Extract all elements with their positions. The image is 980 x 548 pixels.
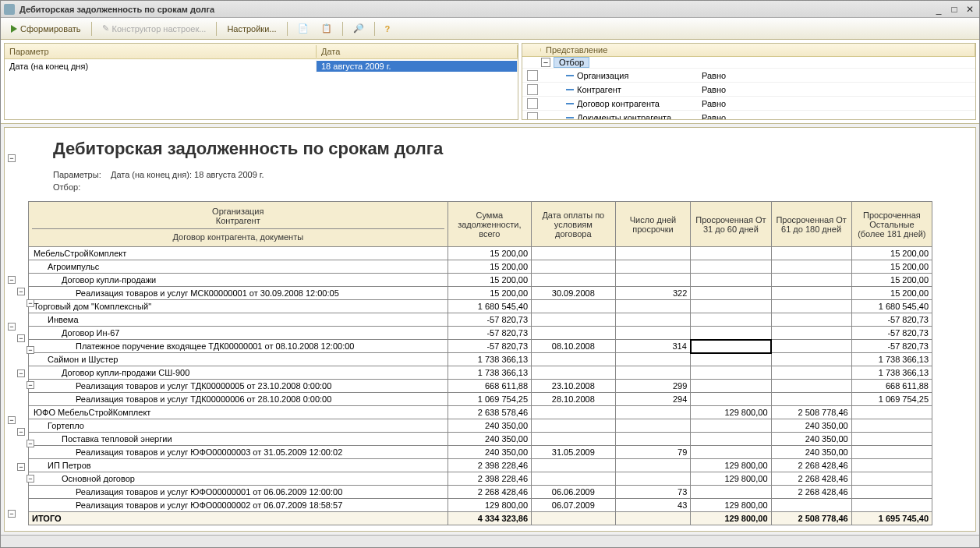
row-sum: 668 611,88 xyxy=(448,380,532,393)
filter-item-row[interactable]: ОрганизацияРавно xyxy=(522,69,975,83)
row-days xyxy=(615,419,691,433)
table-row[interactable]: Договор купли-продажи СШ-9001 738 366,13… xyxy=(29,366,932,380)
table-row[interactable]: Договор Ин-67-57 820,73-57 820,73 xyxy=(29,327,932,340)
collapse-icon[interactable]: − xyxy=(541,58,550,67)
row-c1[interactable]: 129 800,00 xyxy=(691,472,771,486)
row-c1[interactable] xyxy=(691,486,771,499)
row-c1[interactable]: 129 800,00 xyxy=(691,406,771,419)
row-days xyxy=(615,472,691,486)
report-params: Параметры: Дата (на конец дня): 18 авгус… xyxy=(28,168,969,181)
table-row[interactable]: Поставка тепловой энергии240 350,00240 3… xyxy=(29,433,932,446)
row-c1[interactable] xyxy=(691,327,771,340)
row-c1[interactable] xyxy=(691,446,771,459)
table-row[interactable]: Реализация товаров и услуг ТДК00000006 о… xyxy=(29,393,932,406)
minimize-button[interactable]: _ xyxy=(932,3,945,16)
table-row[interactable]: ЮФО МебельСтройКомплект2 638 578,46129 8… xyxy=(29,406,932,419)
filter-checkbox[interactable] xyxy=(527,112,538,121)
tree-toggle[interactable]: − xyxy=(8,416,16,424)
param-row[interactable]: Дата (на конец дня) 18 августа 2009 г. xyxy=(5,59,518,73)
table-row[interactable]: Реализация товаров и услуг ЮФО00000002 о… xyxy=(29,499,932,512)
row-sum: -57 820,73 xyxy=(448,313,532,327)
row-c3: 1 738 366,13 xyxy=(851,366,932,380)
filter-item-row[interactable]: КонтрагентРавно xyxy=(522,83,975,97)
row-name: ЮФО МебельСтройКомплект xyxy=(29,406,448,419)
scrollbar-h[interactable] xyxy=(1,535,979,547)
table-row[interactable]: Торговый дом "Комплексный"1 680 545,401 … xyxy=(29,300,932,313)
filter-checkbox[interactable] xyxy=(527,84,538,95)
total-row: ИТОГО4 334 323,86129 800,002 508 778,461… xyxy=(29,512,932,525)
filter-item-row[interactable]: Договор контрагентаРавно xyxy=(522,97,975,111)
maximize-button[interactable]: □ xyxy=(948,3,961,16)
refresh-icon: 🔎 xyxy=(353,23,364,34)
table-row[interactable]: Саймон и Шустер1 738 366,131 738 366,13 xyxy=(29,353,932,366)
row-sum: 15 200,00 xyxy=(448,274,532,287)
tree-toggle[interactable]: − xyxy=(17,334,25,342)
table-row[interactable]: Платежное поручение входящее ТДК00000001… xyxy=(29,340,932,353)
tree-toggle[interactable]: − xyxy=(17,463,25,471)
row-c1[interactable] xyxy=(691,247,771,260)
row-name: Поставка тепловой энергии xyxy=(29,433,448,446)
tree-toggle[interactable]: − xyxy=(17,369,25,377)
tree-toggle[interactable]: − xyxy=(27,346,34,354)
row-c1[interactable] xyxy=(691,353,771,366)
row-c1[interactable]: 129 800,00 xyxy=(691,459,771,472)
table-row[interactable]: Инвема-57 820,73-57 820,73 xyxy=(29,313,932,327)
row-days xyxy=(615,406,691,419)
table-row[interactable]: Гортепло240 350,00240 350,00 xyxy=(29,419,932,433)
tree-toggle[interactable]: − xyxy=(8,276,16,284)
table-row[interactable]: Агроимпульс15 200,0015 200,00 xyxy=(29,260,932,274)
table-row[interactable]: ИП Петров2 398 228,46129 800,002 268 428… xyxy=(29,459,932,472)
row-c1[interactable] xyxy=(691,313,771,327)
row-c1[interactable] xyxy=(691,340,771,353)
collapse-node[interactable]: − xyxy=(8,154,16,162)
filter-item-row[interactable]: Документы контрагентаРавно xyxy=(522,111,975,120)
table-row[interactable]: МебельСтройКомплект15 200,0015 200,00 xyxy=(29,247,932,260)
row-c1[interactable] xyxy=(691,274,771,287)
table-row[interactable]: Договор купли-продажи15 200,0015 200,00 xyxy=(29,274,932,287)
tree-toggle[interactable]: − xyxy=(27,440,34,447)
tree-toggle[interactable]: − xyxy=(27,381,34,389)
row-c1[interactable] xyxy=(691,433,771,446)
row-c2 xyxy=(771,313,851,327)
row-c1[interactable] xyxy=(691,300,771,313)
row-c2 xyxy=(771,353,851,366)
constructor-button[interactable]: ✎ Конструктор настроек... xyxy=(97,21,212,36)
table-row[interactable]: Основной договор2 398 228,46129 800,002 … xyxy=(29,472,932,486)
tree-toggle[interactable]: − xyxy=(27,475,34,483)
table-row[interactable]: Реализация товаров и услуг ТДК00000005 о… xyxy=(29,380,932,393)
param-date-value[interactable]: 18 августа 2009 г. xyxy=(317,61,518,72)
row-c1[interactable] xyxy=(691,260,771,274)
table-row[interactable]: Реализация товаров и услуг МСК00000001 о… xyxy=(29,287,932,300)
filter-checkbox[interactable] xyxy=(527,98,538,109)
tool-btn-1[interactable]: 📄 xyxy=(292,21,314,36)
generate-button[interactable]: Сформировать xyxy=(5,22,87,36)
help-button[interactable]: ? xyxy=(380,22,396,36)
row-c1[interactable] xyxy=(691,366,771,380)
filter-checkbox[interactable] xyxy=(527,70,538,81)
report-area[interactable]: − Дебиторская задолженность по срокам до… xyxy=(4,127,976,532)
row-c1[interactable] xyxy=(691,287,771,300)
row-c1[interactable] xyxy=(691,380,771,393)
table-row[interactable]: Реализация товаров и услуг ЮФО00000003 о… xyxy=(29,446,932,459)
tree-toggle[interactable]: − xyxy=(17,428,25,436)
close-button[interactable]: ✕ xyxy=(964,3,976,16)
table-row[interactable]: Реализация товаров и услуг ЮФО00000001 о… xyxy=(29,486,932,499)
tool-btn-3[interactable]: 🔎 xyxy=(348,21,370,36)
settings-button[interactable]: Настройки... xyxy=(221,22,281,36)
row-c2 xyxy=(771,327,851,340)
row-sum: 240 350,00 xyxy=(448,433,532,446)
row-c2 xyxy=(771,260,851,274)
tree-toggle[interactable]: − xyxy=(8,323,16,331)
row-name: МебельСтройКомплект xyxy=(29,247,448,260)
col-sum: Сумма задолженности, всего xyxy=(448,202,532,247)
row-c1[interactable]: 129 800,00 xyxy=(691,499,771,512)
row-c1[interactable] xyxy=(691,419,771,433)
filter-root[interactable]: Отбор xyxy=(554,57,589,68)
tree-toggle[interactable]: − xyxy=(8,510,16,518)
row-name: Реализация товаров и услуг ТДК00000006 о… xyxy=(29,393,448,406)
tree-toggle[interactable]: − xyxy=(17,288,25,295)
filter-root-row[interactable]: − Отбор xyxy=(522,57,975,69)
tool-btn-2[interactable]: 📋 xyxy=(316,21,338,36)
row-c1[interactable] xyxy=(691,393,771,406)
tree-toggle[interactable]: − xyxy=(27,299,34,307)
